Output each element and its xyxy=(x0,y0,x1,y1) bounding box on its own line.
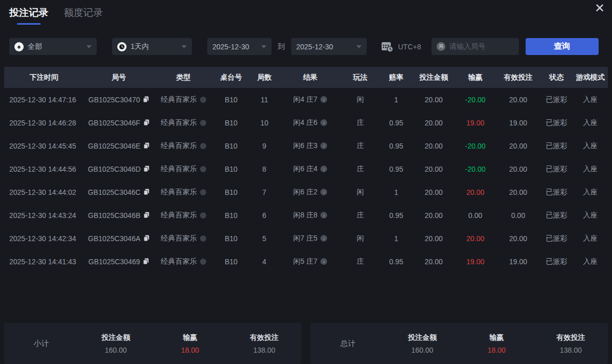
cell-type: 经典百家乐 xyxy=(154,257,213,266)
cell-status: 已派彩 xyxy=(540,257,572,266)
copy-icon[interactable] xyxy=(143,258,149,265)
chevron-down-icon xyxy=(182,45,187,48)
cell-valid_bet: 0.00 xyxy=(496,211,541,220)
table-row: 2025-12-30 14:42:34GB1025C3046A经典百家乐B105… xyxy=(4,227,608,250)
cell-time: 2025-12-30 14:47:16 xyxy=(4,96,84,104)
cell-result: 闲6 庄2i xyxy=(279,188,341,197)
result-info-icon[interactable]: i xyxy=(320,166,327,172)
table-row: 2025-12-30 14:45:45GB1025C3046E经典百家乐B109… xyxy=(4,134,608,157)
cell-mode: 入座 xyxy=(573,188,608,197)
cell-status: 已派彩 xyxy=(540,234,572,243)
game-type-dot-icon xyxy=(200,143,206,149)
result-info-icon[interactable]: i xyxy=(320,212,327,219)
cell-type: 经典百家乐 xyxy=(154,234,213,243)
cell-time: 2025-12-30 14:42:34 xyxy=(4,234,84,243)
cell-valid_bet: 19.00 xyxy=(496,258,541,266)
cell-win_loss: -20.00 xyxy=(455,96,496,104)
date-from-value: 2025-12-30 xyxy=(212,43,249,51)
cell-odds: 1 xyxy=(380,188,413,196)
cell-result: 闲5 庄7i xyxy=(279,257,341,266)
cell-type: 经典百家乐 xyxy=(154,141,213,151)
subtotal-win-loss: 输赢 18.00 xyxy=(153,333,227,354)
round-badge-icon: 局 xyxy=(437,42,445,51)
result-info-icon[interactable]: i xyxy=(320,258,327,265)
cell-result: 闲4 庄7i xyxy=(279,95,341,104)
cell-round_no: 8 xyxy=(249,165,280,173)
cell-bet: 20.00 xyxy=(413,188,455,196)
cell-play: 庄 xyxy=(341,165,380,174)
spade-icon: ♠ xyxy=(14,42,24,51)
cell-type: 经典百家乐 xyxy=(154,165,213,174)
game-type-dot-icon xyxy=(200,120,206,126)
cell-type: 经典百家乐 xyxy=(154,211,213,220)
copy-icon[interactable] xyxy=(143,166,150,172)
result-info-icon[interactable]: i xyxy=(320,96,327,103)
game-type-dot-icon xyxy=(200,189,206,195)
cell-bet: 20.00 xyxy=(413,234,455,243)
top-tab-bar: 投注记录 额度记录 ✕ xyxy=(0,0,612,25)
result-info-icon[interactable]: i xyxy=(320,235,327,242)
chevron-down-icon xyxy=(261,45,266,48)
calendar-clock-icon xyxy=(381,41,393,52)
copy-icon[interactable] xyxy=(143,119,150,126)
cell-time: 2025-12-30 14:45:45 xyxy=(4,142,84,150)
table-row: 2025-12-30 14:44:02GB1025C3046C经典百家乐B107… xyxy=(4,180,608,204)
copy-icon[interactable] xyxy=(143,142,150,149)
filter-bar: ♠ 全部 1天内 2025-12-30 到 2025-12-30 UTC+8 局… xyxy=(0,38,612,55)
date-to-label: 到 xyxy=(278,42,285,51)
cell-status: 已派彩 xyxy=(540,211,572,220)
col-header-play: 玩法 xyxy=(341,73,380,82)
result-info-icon[interactable]: i xyxy=(320,142,327,149)
cell-type: 经典百家乐 xyxy=(154,118,213,128)
cell-status: 已派彩 xyxy=(540,95,572,104)
cell-play: 闲 xyxy=(341,188,380,197)
round-number-input[interactable]: 局 请输入局号 xyxy=(431,38,519,55)
cell-status: 已派彩 xyxy=(540,118,572,128)
round-input-placeholder: 请输入局号 xyxy=(449,42,485,51)
col-header-type: 类型 xyxy=(154,73,213,82)
cell-round_no: 10 xyxy=(249,119,280,127)
summary-footer: 小计 投注金额 160.00 输赢 18.00 有效投注 138.00 总计 投… xyxy=(4,323,608,364)
date-to-select[interactable]: 2025-12-30 xyxy=(291,38,367,55)
cell-status: 已派彩 xyxy=(540,141,572,151)
cell-mode: 入座 xyxy=(573,95,608,104)
copy-icon[interactable] xyxy=(143,96,149,103)
close-icon[interactable]: ✕ xyxy=(592,1,607,15)
tab-quota-records[interactable]: 额度记录 xyxy=(64,6,103,25)
cell-play: 闲 xyxy=(341,234,380,243)
cell-bet: 20.00 xyxy=(413,211,455,220)
col-header-round_no: 局数 xyxy=(249,73,280,82)
result-info-icon[interactable]: i xyxy=(320,189,327,195)
chevron-down-icon xyxy=(356,45,362,48)
cell-table_no: B10 xyxy=(213,211,249,220)
query-button[interactable]: 查询 xyxy=(526,38,599,55)
cell-win_loss: 0.00 xyxy=(455,211,496,220)
cell-round_id: GB1025C3046A xyxy=(84,234,154,243)
table-row: 2025-12-30 14:41:43GB1025C30469经典百家乐B104… xyxy=(4,250,608,273)
cell-win_loss: -20.00 xyxy=(455,142,496,150)
cell-round_id: GB1025C3046E xyxy=(84,142,154,150)
cell-time: 2025-12-30 14:43:24 xyxy=(4,211,84,220)
game-type-select[interactable]: ♠ 全部 xyxy=(9,38,97,55)
time-range-select[interactable]: 1天内 xyxy=(112,38,192,55)
date-from-select[interactable]: 2025-12-30 xyxy=(207,38,272,55)
cell-mode: 入座 xyxy=(573,257,608,266)
total-bet-amount: 投注金额 160.00 xyxy=(385,333,459,354)
copy-icon[interactable] xyxy=(143,212,150,219)
cell-table_no: B10 xyxy=(213,258,249,266)
result-info-icon[interactable]: i xyxy=(320,119,327,126)
game-type-dot-icon xyxy=(200,97,206,103)
cell-valid_bet: 20.00 xyxy=(496,96,541,104)
tab-bet-records[interactable]: 投注记录 xyxy=(9,6,48,25)
col-header-bet: 投注金额 xyxy=(413,73,455,82)
copy-icon[interactable] xyxy=(143,189,150,195)
cell-valid_bet: 20.00 xyxy=(496,234,541,243)
game-type-dot-icon xyxy=(200,235,206,242)
col-header-mode: 游戏模式 xyxy=(573,73,608,82)
cell-table_no: B10 xyxy=(213,165,249,173)
game-type-dot-icon xyxy=(200,259,206,265)
copy-icon[interactable] xyxy=(143,235,150,242)
col-header-win_loss: 输赢 xyxy=(455,73,496,82)
cell-odds: 0.95 xyxy=(380,165,413,173)
cell-mode: 入座 xyxy=(573,234,608,243)
